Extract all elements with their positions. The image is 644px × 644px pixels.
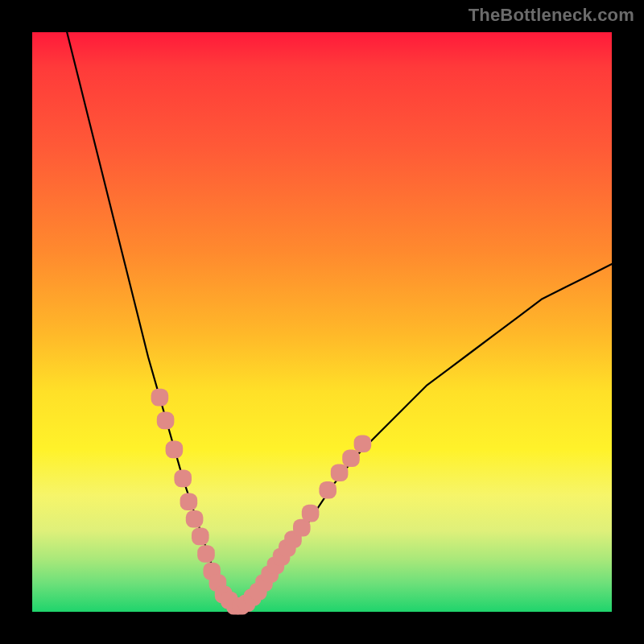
chart-frame: TheBottleneck.com	[0, 0, 644, 644]
marker	[157, 412, 175, 430]
marker	[151, 389, 169, 407]
marker	[180, 493, 198, 510]
marker	[342, 449, 360, 467]
marker	[192, 528, 209, 546]
bottleneck-curve	[67, 32, 612, 606]
curve-layer	[32, 32, 612, 612]
marker	[302, 505, 320, 522]
marker	[354, 435, 372, 452]
marker	[319, 481, 336, 499]
marker	[166, 441, 184, 459]
marker	[174, 470, 192, 488]
marker	[331, 464, 349, 481]
watermark-text: TheBottleneck.com	[469, 5, 634, 26]
marker	[197, 545, 215, 563]
curve-markers	[151, 389, 372, 615]
plot-area	[32, 32, 612, 612]
marker	[186, 510, 204, 528]
